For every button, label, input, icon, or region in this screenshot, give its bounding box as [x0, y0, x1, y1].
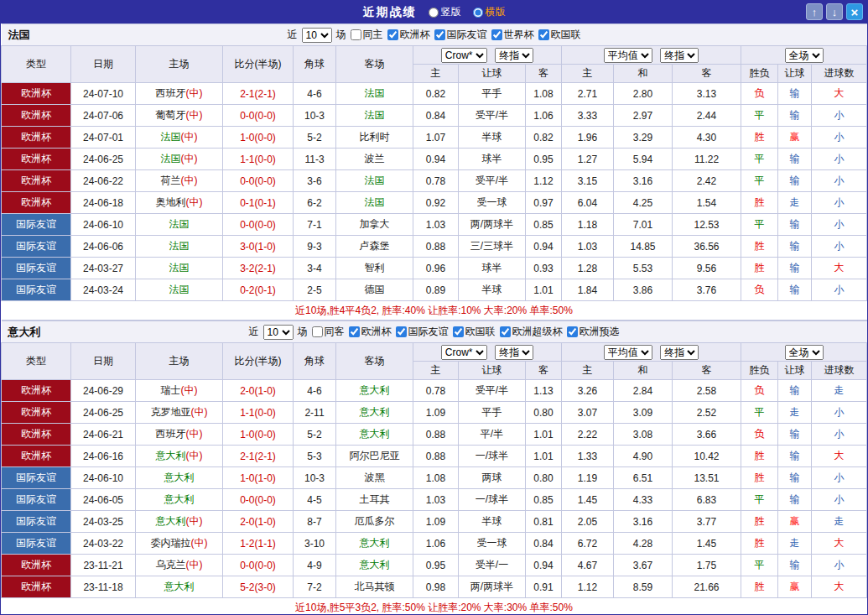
asia-home-odds-cell: 0.89	[413, 279, 459, 301]
bookmaker-select[interactable]: Crow*	[441, 345, 487, 360]
type-cell: 欧洲杯	[2, 83, 71, 105]
col-result: 胜负	[741, 65, 778, 83]
result-cell: 胜	[741, 533, 778, 555]
league-checkbox[interactable]	[396, 326, 407, 337]
euro-home-odds-cell: 1.27	[562, 149, 614, 170]
corners-cell: 3-6	[294, 170, 336, 192]
col-asia-away: 客	[526, 362, 562, 380]
league-filters: 欧洲杯国际友谊欧国联欧洲超级杯欧洲预选	[349, 325, 620, 339]
same-venue-checkbox[interactable]	[351, 29, 361, 40]
col-home: 主场	[136, 343, 223, 380]
euro-draw-odds-cell: 4.28	[614, 533, 673, 555]
team-name: 加拿大	[360, 218, 390, 230]
league-filter-option[interactable]: 世界杯	[491, 28, 534, 42]
home-team-cell: 法国	[136, 236, 223, 258]
layout-vertical-option[interactable]: 竖版	[429, 5, 461, 19]
euro-avg-select[interactable]: 平均值	[604, 345, 652, 360]
asia-away-odds-cell: 0.80	[526, 402, 562, 424]
score-cell: 1-2(1-1)	[223, 533, 294, 555]
asia-away-odds-cell: 0.95	[526, 149, 562, 170]
league-checkbox[interactable]	[500, 326, 511, 337]
euro-draw-odds-cell: 3.67	[614, 555, 673, 576]
league-filter-option[interactable]: 欧洲杯	[349, 325, 392, 339]
home-team-cell: 委内瑞拉(中)	[136, 533, 223, 555]
euro-home-odds-cell: 1.33	[562, 446, 614, 467]
euro-avg-select[interactable]: 平均值	[604, 48, 652, 63]
col-asia-handicap: 让球	[459, 65, 526, 83]
asia-away-odds-cell: 1.12	[526, 170, 562, 192]
away-team-cell: 意大利	[336, 380, 413, 402]
recent-count-select[interactable]: 10	[263, 325, 294, 340]
league-checkbox[interactable]	[538, 29, 549, 40]
scroll-up-button[interactable]: ↑	[806, 3, 823, 20]
date-cell: 24-06-10	[71, 214, 136, 236]
asia-odds-type-select[interactable]: 终指	[495, 345, 533, 360]
match-row: 欧洲杯24-06-18奥地利(中)0-1(0-1)6-2法国0.92受一球0.9…	[2, 192, 867, 214]
match-row: 国际友谊24-06-05意大利0-0(0-0)4-5土耳其1.03一/球半0.8…	[2, 489, 867, 511]
league-filter-option[interactable]: 欧国联	[453, 325, 496, 339]
home-team-cell: 法国(中)	[136, 149, 223, 170]
euro-home-odds-cell: 1.96	[562, 127, 614, 149]
league-filter-option[interactable]: 欧洲超级杯	[500, 325, 563, 339]
corners-cell: 7-1	[294, 214, 336, 236]
euro-away-odds-cell: 1.75	[673, 555, 741, 576]
result-cell: 胜	[741, 192, 778, 214]
league-filter-option[interactable]: 欧洲预选	[567, 325, 620, 339]
away-team-cell: 阿尔巴尼亚	[336, 446, 413, 467]
result-cell: 平	[741, 402, 778, 424]
handicap-result-cell: 输	[778, 83, 812, 105]
home-team-cell: 意大利(中)	[136, 511, 223, 533]
result-cell: 负	[741, 380, 778, 402]
same-venue-checkbox[interactable]	[312, 326, 323, 337]
vertical-layout-radio[interactable]	[429, 8, 439, 18]
euro-odds-type-select[interactable]: 终指	[660, 48, 699, 63]
bookmaker-select[interactable]: Crow*	[441, 48, 487, 63]
col-asia-home: 主	[413, 362, 459, 380]
horizontal-layout-radio[interactable]	[473, 8, 483, 18]
same-venue-option[interactable]: 同主	[351, 28, 383, 42]
date-cell: 23-11-18	[71, 576, 136, 598]
league-filter-option[interactable]: 欧洲杯	[387, 28, 430, 42]
home-team-cell: 法国(中)	[136, 127, 223, 149]
result-cell: 平	[741, 555, 778, 576]
league-filter-option[interactable]: 国际友谊	[396, 325, 449, 339]
euro-home-odds-cell: 1.12	[562, 576, 614, 598]
home-team-cell: 西班牙(中)	[136, 424, 223, 446]
league-checkbox[interactable]	[453, 326, 464, 337]
scope-select[interactable]: 全场	[785, 345, 824, 360]
close-button[interactable]: ×	[846, 3, 863, 20]
scope-select[interactable]: 全场	[785, 48, 824, 63]
recent-count-select[interactable]: 10	[302, 28, 332, 43]
asia-odds-type-select[interactable]: 终指	[495, 48, 533, 63]
col-goals-result: 进球数	[812, 362, 867, 380]
league-checkbox[interactable]	[567, 326, 578, 337]
goals-result-cell: 走	[812, 380, 867, 402]
team-name: 法国	[161, 131, 181, 143]
match-row: 欧洲杯24-06-25克罗地亚(中)1-1(0-0)2-11意大利1.09平手0…	[2, 402, 867, 424]
col-corners: 角球	[294, 343, 336, 380]
type-cell: 国际友谊	[2, 258, 71, 279]
league-filter-option[interactable]: 国际友谊	[434, 28, 487, 42]
team-name: 葡萄牙	[156, 109, 186, 121]
date-cell: 24-07-01	[71, 127, 136, 149]
league-checkbox[interactable]	[349, 326, 360, 337]
same-venue-option[interactable]: 同客	[312, 325, 345, 339]
euro-draw-odds-cell: 5.94	[614, 149, 673, 170]
layout-horizontal-option[interactable]: 横版	[473, 5, 506, 19]
euro-odds-type-select[interactable]: 终指	[660, 345, 699, 360]
match-row: 国际友谊24-06-06法国3-0(1-0)9-3卢森堡0.88三/三球半0.9…	[2, 236, 867, 258]
summary-row: 近10场,胜5平3负2, 胜率:50% 让胜率:20% 大率:30% 单率:50…	[2, 598, 867, 615]
asia-handicap-cell: 两球	[459, 467, 526, 489]
col-euro-home: 主	[562, 65, 614, 83]
match-row: 欧洲杯24-06-29瑞士(中)2-0(1-0)4-6意大利0.78受平/半1.…	[2, 380, 867, 402]
corners-cell: 7-2	[294, 576, 336, 598]
score-cell: 0-2(0-1)	[223, 279, 294, 301]
col-euro-away: 客	[673, 65, 741, 83]
league-checkbox[interactable]	[491, 29, 502, 40]
league-filter-option[interactable]: 欧国联	[538, 28, 581, 42]
col-handicap-result: 让球	[778, 362, 812, 380]
league-checkbox[interactable]	[387, 29, 398, 40]
league-checkbox[interactable]	[434, 29, 445, 40]
scroll-down-button[interactable]: ↓	[826, 3, 843, 20]
home-team-cell: 奥地利(中)	[136, 192, 223, 214]
